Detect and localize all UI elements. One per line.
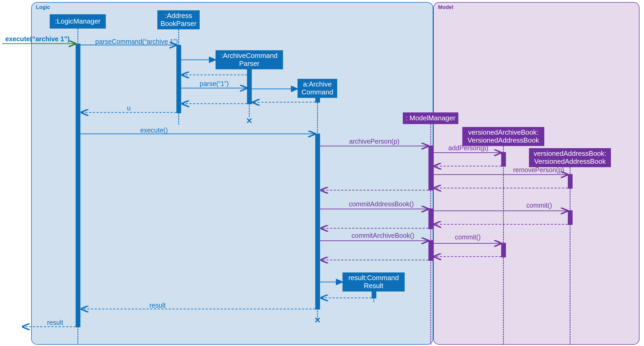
msg-label: u bbox=[127, 104, 131, 112]
activation bbox=[428, 208, 433, 229]
activation bbox=[428, 240, 433, 261]
msg-label: commitArchiveBook() bbox=[351, 232, 414, 239]
lifeline-versionedaddressbook-label: versionedAddressBook: VersionedAddressBo… bbox=[532, 150, 608, 166]
lifeline-versionedarchivebook-label: versionedArchiveBook: VersionedAddressBo… bbox=[465, 129, 542, 144]
lifeline-archivecommand-label: a:Archive Command bbox=[300, 80, 335, 96]
msg-label: execute() bbox=[140, 126, 168, 134]
lifeline-tail bbox=[570, 167, 570, 345]
msg-label: parse(“1”) bbox=[200, 80, 229, 88]
lifeline-addressbookparser: :Address BookParser bbox=[157, 10, 200, 29]
msg-label: addPerson(p) bbox=[448, 144, 488, 152]
activation bbox=[176, 45, 181, 113]
msg-label: execute(“archive 1”) bbox=[5, 35, 70, 43]
lifeline-commandresult-label: result:Command Result bbox=[345, 274, 402, 290]
activation bbox=[372, 292, 376, 298]
msg-label: commitAddressBook() bbox=[349, 200, 414, 208]
lifeline-addressbookparser-label: :Address BookParser bbox=[160, 12, 197, 28]
lifeline-logicmanager: :LogicManager bbox=[50, 14, 106, 29]
lifeline-archivecommand: a:Archive Command bbox=[298, 79, 337, 98]
lifeline-versionedaddressbook: versionedAddressBook: VersionedAddressBo… bbox=[529, 148, 611, 167]
lifeline-modelmanager-label: : ModelManager bbox=[406, 114, 455, 122]
msg-label: archivePerson(p) bbox=[349, 138, 399, 145]
frame-title-logic: Logic bbox=[36, 4, 50, 10]
destroy-icon bbox=[245, 117, 253, 124]
frame-title-model: Model bbox=[438, 4, 453, 10]
msg-label: result bbox=[47, 319, 63, 326]
msg-label: parseCommand(“archive 1”) bbox=[95, 38, 178, 45]
msg-label: commit() bbox=[526, 202, 552, 209]
lifeline-logicmanager-label: :LogicManager bbox=[55, 17, 101, 25]
activation bbox=[501, 152, 506, 167]
destroy-icon bbox=[314, 316, 321, 324]
lifeline-commandresult: result:Command Result bbox=[342, 272, 405, 292]
activation bbox=[315, 98, 320, 103]
activation bbox=[568, 174, 573, 189]
activation bbox=[428, 145, 433, 190]
msg-label: commit() bbox=[455, 233, 481, 241]
lifeline-versionedarchivebook: versionedArchiveBook: VersionedAddressBo… bbox=[462, 127, 544, 146]
msg-label: removePerson(p) bbox=[513, 166, 564, 174]
msg-label: result bbox=[149, 302, 166, 309]
activation bbox=[568, 210, 573, 225]
lifeline-archivecommandparser-label: :ArchiveCommand Parser bbox=[218, 52, 280, 68]
activation bbox=[501, 243, 506, 257]
activation bbox=[247, 69, 252, 104]
lifeline-modelmanager: : ModelManager bbox=[403, 112, 458, 124]
lifeline-archivecommandparser: :ArchiveCommand Parser bbox=[216, 50, 283, 69]
activation bbox=[315, 134, 320, 309]
activation bbox=[76, 44, 80, 327]
